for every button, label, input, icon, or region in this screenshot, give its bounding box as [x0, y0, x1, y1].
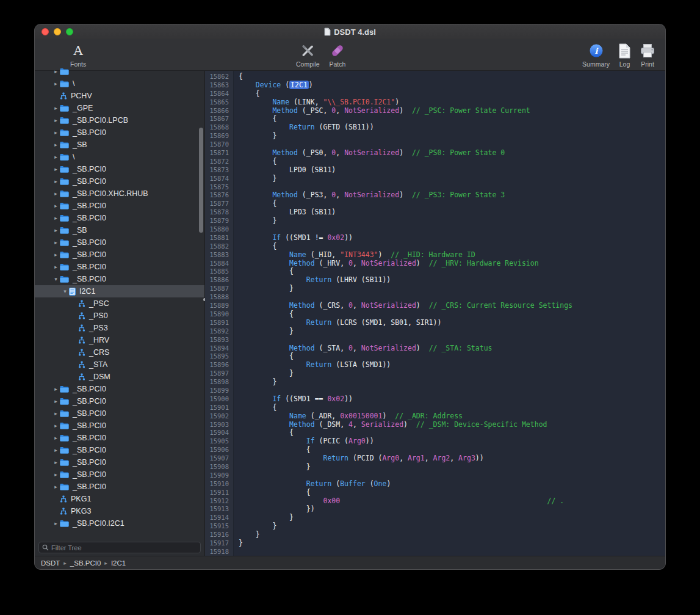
code-line[interactable]: 15910 Return (Buffer (One)	[205, 480, 665, 489]
code-line[interactable]: 15887 }	[205, 285, 665, 293]
code-line[interactable]: 15918	[205, 548, 665, 556]
chevron-down-icon[interactable]: ▾	[52, 276, 60, 282]
code-line[interactable]: 15881 If ((SMD1 != 0x02))	[205, 234, 665, 242]
tree-item-sbpci0[interactable]: ▸_SB.PCI0	[35, 407, 204, 420]
breadcrumb-item-scope[interactable]: _SB.PCI0	[70, 559, 101, 567]
tree-item-sbpci0[interactable]: ▸_SB.PCI0	[35, 212, 204, 224]
tree-item-sbpci0[interactable]: ▸_SB.PCI0	[35, 456, 204, 468]
title-bar[interactable]: DSDT 4.dsl	[35, 24, 665, 39]
compile-button[interactable]: Compile	[296, 42, 320, 68]
filter-field[interactable]	[38, 542, 201, 553]
chevron-right-icon[interactable]: ▸	[52, 178, 60, 184]
chevron-right-icon[interactable]: ▸	[52, 166, 60, 172]
minimize-button[interactable]	[54, 28, 61, 35]
code-line[interactable]: 15912 0x00 // .	[205, 497, 665, 506]
code-line[interactable]: 15892 }	[205, 327, 665, 336]
chevron-right-icon[interactable]: ▸	[52, 435, 60, 441]
tree-item-ps3[interactable]: _PS3	[35, 322, 204, 334]
tree-item-sbpci0[interactable]: ▸_SB.PCI0	[35, 395, 204, 407]
chevron-down-icon[interactable]: ▾	[61, 288, 69, 294]
log-button[interactable]: Log	[618, 42, 631, 68]
code-line[interactable]: 15872 {	[205, 158, 665, 166]
chevron-right-icon[interactable]: ▸	[52, 398, 60, 404]
tree-item-sbpci0[interactable]: ▸_SB.PCI0	[35, 420, 204, 432]
chevron-right-icon[interactable]: ▸	[52, 386, 60, 392]
tree-item-pkg3[interactable]: PKG3	[35, 505, 204, 517]
chevron-right-icon[interactable]: ▸	[52, 447, 60, 453]
tree-item-hrv[interactable]: _HRV	[35, 334, 204, 346]
code-line[interactable]: 15907 Return (PCID (Arg0, Arg1, Arg2, Ar…	[205, 454, 665, 463]
code-line[interactable]: 15893	[205, 336, 665, 344]
code-line[interactable]: 15908 }	[205, 463, 665, 471]
tree-item-ps0[interactable]: _PS0	[35, 310, 204, 322]
tree-item-sbpci0i2c1[interactable]: ▸_SB.PCI0.I2C1	[35, 517, 204, 529]
tree-item-sbpci0xhcrhub[interactable]: ▸_SB.PCI0.XHC.RHUB	[35, 187, 204, 200]
tree-item-sbpci0[interactable]: ▸_SB.PCI0	[35, 261, 204, 273]
code-line[interactable]: 15906 {	[205, 446, 665, 454]
chevron-right-icon[interactable]: ▸	[52, 154, 60, 160]
code-line[interactable]: 15863 Device (I2C1)	[205, 81, 665, 90]
code-line[interactable]: 15874 }	[205, 175, 665, 183]
code-line[interactable]: 15877 {	[205, 200, 665, 208]
code-line[interactable]: 15880	[205, 225, 665, 234]
code-line[interactable]: 15868 Return (GETD (SB11))	[205, 123, 665, 132]
print-button[interactable]: Print	[640, 42, 655, 68]
tree-item-sbpci0[interactable]: ▸_SB.PCI0	[35, 383, 204, 395]
code-line[interactable]: 15864 {	[205, 90, 665, 98]
fonts-button[interactable]: A Fonts	[70, 42, 86, 68]
tree-item-sb[interactable]: ▸_SB	[35, 224, 204, 236]
tree-item-gpe[interactable]: ▸_GPE	[35, 102, 204, 114]
tree-item-sbpci0[interactable]: ▸_SB.PCI0	[35, 481, 204, 493]
code-line[interactable]: 15897 }	[205, 369, 665, 378]
code-line[interactable]: 15915 }	[205, 522, 665, 531]
chevron-right-icon[interactable]: ▸	[52, 471, 60, 478]
tree-item-sbpci0[interactable]: ▸_SB.PCI0	[35, 249, 204, 261]
tree-item-dsm[interactable]: _DSM	[35, 371, 204, 383]
chevron-right-icon[interactable]: ▸	[52, 215, 60, 221]
code-line[interactable]: 15882 {	[205, 242, 665, 251]
tree-item-psc[interactable]: _PSC	[35, 297, 204, 310]
chevron-right-icon[interactable]: ▸	[52, 68, 60, 75]
chevron-right-icon[interactable]: ▸	[52, 191, 60, 197]
breadcrumb-item-dsdt[interactable]: DSDT	[41, 559, 60, 567]
code-line[interactable]: 15890 {	[205, 310, 665, 319]
tree-item[interactable]: ▸\	[35, 78, 204, 90]
breadcrumb-item-device[interactable]: I2C1	[111, 559, 126, 567]
code-line[interactable]: 15904 {	[205, 429, 665, 437]
code-line[interactable]: 15896 Return (LSTA (SMD1))	[205, 361, 665, 369]
tree-item-sbpci0lpcb[interactable]: ▸_SB.PCI0.LPCB	[35, 114, 204, 126]
code-line[interactable]: 15898 }	[205, 378, 665, 387]
sidebar-scrollbar[interactable]	[199, 128, 203, 233]
chevron-right-icon[interactable]: ▸	[52, 410, 60, 417]
tree-item-sbpci0[interactable]: ▸_SB.PCI0	[35, 200, 204, 212]
close-button[interactable]	[41, 28, 49, 35]
chevron-right-icon[interactable]: ▸	[52, 264, 60, 270]
tree-item-sbpci0[interactable]: ▾_SB.PCI0	[35, 273, 204, 285]
chevron-right-icon[interactable]: ▸	[52, 81, 60, 87]
code-line[interactable]: 15885 {	[205, 267, 665, 276]
patch-button[interactable]: Patch	[330, 42, 346, 68]
code-line[interactable]: 15902 Name (_ADR, 0x00150001) // _ADR: A…	[205, 412, 665, 421]
chevron-right-icon[interactable]: ▸	[52, 117, 60, 123]
code-line[interactable]: 15875	[205, 183, 665, 192]
code-line[interactable]: 15867 {	[205, 115, 665, 123]
tree-item-sbpci0[interactable]: ▸_SB.PCI0	[35, 468, 204, 481]
code-line[interactable]: 15917}	[205, 539, 665, 548]
code-line[interactable]: 15866 Method (_PSC, 0, NotSerialized) //…	[205, 107, 665, 115]
code-line[interactable]: 15911 {	[205, 489, 665, 497]
code-line[interactable]: 15909	[205, 471, 665, 480]
code-line[interactable]: 15905 If (PCIC (Arg0))	[205, 437, 665, 446]
code-editor[interactable]: 15862{15863 Device (I2C1)15864 {15865 Na…	[205, 71, 665, 556]
code-line[interactable]: 15862{	[205, 73, 665, 81]
filter-input[interactable]	[51, 544, 197, 551]
code-line[interactable]: 15899	[205, 387, 665, 395]
code-line[interactable]: 15865 Name (LINK, "\\_SB.PCI0.I2C1")	[205, 98, 665, 107]
tree-item-sbpci0[interactable]: ▸_SB.PCI0	[35, 126, 204, 139]
summary-button[interactable]: i Summary	[582, 42, 610, 68]
code-line[interactable]: 15889 Method (_CRS, 0, NotSerialized) //…	[205, 302, 665, 310]
code-line[interactable]: 15886 Return (LHRV (SB11))	[205, 276, 665, 285]
code-line[interactable]: 15903 Method (_DSM, 4, Serialized) // _D…	[205, 421, 665, 429]
code-line[interactable]: 15914 }	[205, 514, 665, 522]
tree-item[interactable]: ▸	[35, 65, 204, 78]
tree-item-sb[interactable]: ▸_SB	[35, 139, 204, 151]
